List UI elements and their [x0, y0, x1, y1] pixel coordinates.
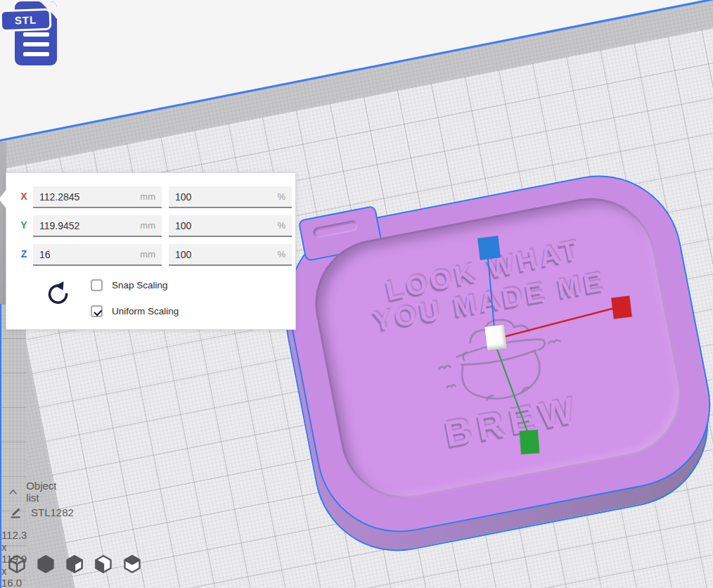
- scale-row-x: X 112.2845 mm 100 %: [6, 186, 295, 208]
- scale-y-mm-unit: mm: [140, 220, 155, 231]
- scale-handle-z[interactable]: [477, 236, 501, 260]
- scale-x-mm-input[interactable]: 112.2845 mm: [33, 186, 162, 208]
- scale-x-percent-input[interactable]: 100 %: [169, 186, 292, 208]
- snap-scaling-checkbox[interactable]: [91, 279, 103, 291]
- object-list-title: Object list: [26, 480, 60, 504]
- reset-scale-button[interactable]: [43, 280, 70, 308]
- scale-x-percent-value: 100: [175, 191, 191, 203]
- scale-z-mm-unit: mm: [140, 249, 155, 260]
- scale-tool-panel: X 112.2845 mm 100 % Y 119.9452 mm 100 % …: [6, 172, 296, 330]
- scale-y-mm-value: 119.9452: [39, 220, 79, 231]
- panel-arrow-notch: [0, 190, 6, 208]
- scale-z-mm-value: 16: [39, 249, 51, 260]
- view-orientation-toolbar: [7, 554, 142, 574]
- axis-label-y: Y: [18, 219, 30, 231]
- scale-x-percent-unit: %: [277, 191, 285, 202]
- view-left-icon[interactable]: [94, 554, 113, 574]
- scale-z-percent-unit: %: [277, 249, 285, 260]
- object-list-header[interactable]: Object list: [8, 480, 60, 504]
- view-top-icon[interactable]: [65, 554, 84, 574]
- axis-label-x: X: [18, 191, 30, 202]
- object-list-item-name: STL1282: [31, 506, 74, 518]
- stl-file-icon: STL: [0, 0, 70, 70]
- uniform-scaling-checkbox[interactable]: [91, 305, 103, 317]
- uniform-scaling-row[interactable]: Uniform Scaling: [91, 305, 179, 317]
- uniform-scaling-label: Uniform Scaling: [112, 306, 179, 317]
- stl-badge: STL: [0, 8, 52, 32]
- scale-x-mm-value: 112.2845: [39, 191, 79, 203]
- scale-handle-x[interactable]: [611, 296, 631, 319]
- scale-z-percent-input[interactable]: 100 %: [169, 244, 292, 266]
- axis-label-z: Z: [18, 248, 30, 260]
- document-line: [23, 52, 49, 56]
- view-right-icon[interactable]: [122, 554, 142, 574]
- scale-handle-y[interactable]: [520, 430, 539, 454]
- scale-x-mm-unit: mm: [140, 191, 155, 202]
- scale-y-percent-unit: %: [277, 220, 285, 231]
- model-hanger-slot: [312, 219, 359, 238]
- scale-row-z: Z 16 mm 100 %: [6, 244, 295, 266]
- reset-icon: [43, 280, 70, 308]
- scale-row-y: Y 119.9452 mm 100 %: [6, 215, 295, 237]
- document-line: [23, 42, 49, 46]
- snap-scaling-row[interactable]: Snap Scaling: [91, 279, 168, 291]
- snap-scaling-label: Snap Scaling: [112, 280, 168, 290]
- scale-handle-center[interactable]: [484, 324, 507, 350]
- document-line: [23, 32, 49, 37]
- view-3d-icon[interactable]: [7, 554, 27, 574]
- scale-y-mm-input[interactable]: 119.9452 mm: [33, 215, 162, 237]
- object-list-item[interactable]: STL1282: [8, 505, 74, 519]
- slicer-window: LOOK WHAT YOU MADE ME: [0, 0, 713, 588]
- scale-y-percent-value: 100: [175, 220, 191, 231]
- scale-z-mm-input[interactable]: 16 mm: [33, 244, 162, 266]
- scale-y-percent-input[interactable]: 100 %: [169, 215, 292, 237]
- chevron-up-icon: [8, 487, 18, 497]
- pencil-icon: [8, 505, 23, 519]
- view-front-icon[interactable]: [36, 554, 56, 574]
- scale-z-percent-value: 100: [175, 249, 191, 260]
